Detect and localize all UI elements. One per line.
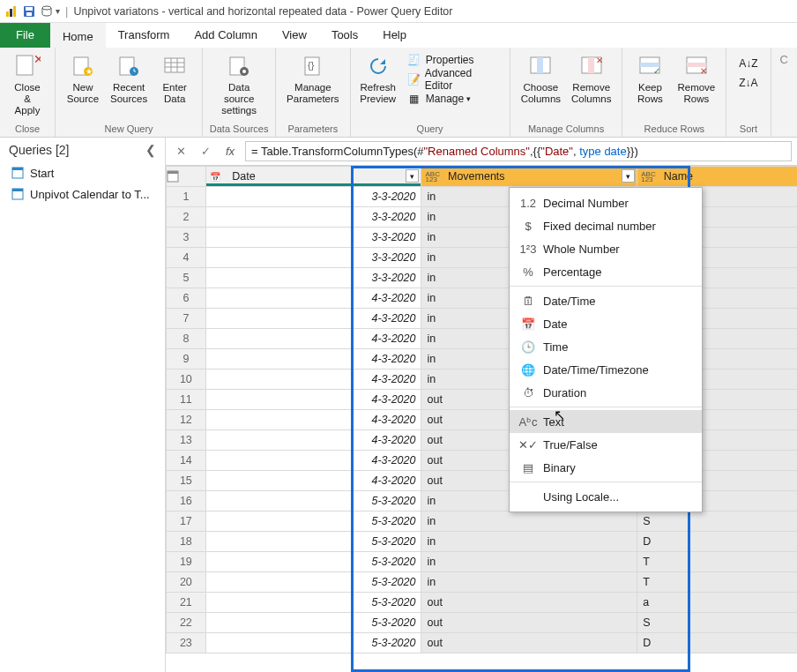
- type-menu-item[interactable]: 1²3Whole Number: [510, 237, 702, 260]
- cell-date[interactable]: 3-3-2020: [205, 187, 421, 207]
- sort-desc-button[interactable]: Z↓A: [739, 73, 757, 93]
- type-menu-item[interactable]: AᵇcText: [510, 410, 702, 433]
- type-menu-item[interactable]: ✕✓True/False: [510, 433, 702, 456]
- tab-transform[interactable]: Transform: [106, 23, 182, 48]
- database-icon[interactable]: [40, 4, 54, 19]
- type-menu-item[interactable]: $Fixed decimal number: [510, 214, 702, 237]
- row-number[interactable]: 7: [167, 309, 206, 329]
- cell-date[interactable]: 5-3-2020: [205, 613, 421, 633]
- cell-movements[interactable]: in: [421, 572, 637, 593]
- type-menu-item[interactable]: 🌐Date/Time/Timezone: [510, 358, 702, 381]
- cell-date[interactable]: 5-3-2020: [205, 593, 421, 613]
- cell-date[interactable]: 3-3-2020: [205, 228, 421, 248]
- cell-date[interactable]: 4-3-2020: [205, 329, 421, 349]
- cell-name[interactable]: S: [637, 613, 797, 633]
- table-row[interactable]: 185-3-2020inD: [167, 532, 798, 552]
- cell-date[interactable]: 3-3-2020: [205, 268, 421, 288]
- tab-view[interactable]: View: [270, 23, 319, 48]
- close-apply-button[interactable]: ✕ Close &Apply: [5, 50, 49, 119]
- row-number[interactable]: 13: [167, 430, 206, 451]
- cell-date[interactable]: 4-3-2020: [205, 471, 421, 491]
- any-type-icon[interactable]: ABC123: [641, 172, 660, 182]
- cell-movements[interactable]: in: [421, 532, 637, 552]
- manage-button[interactable]: ▦Manage▾: [406, 89, 499, 108]
- new-source-button[interactable]: ★ NewSource: [61, 50, 105, 107]
- table-row[interactable]: 195-3-2020inT: [167, 552, 798, 572]
- query-item-unpivot[interactable]: Unpivot Calendar to T...: [0, 183, 165, 205]
- any-type-icon[interactable]: ABC123: [425, 172, 444, 182]
- tab-file[interactable]: File: [0, 23, 50, 48]
- cell-date[interactable]: 4-3-2020: [205, 430, 421, 451]
- row-number[interactable]: 9: [167, 349, 206, 370]
- cell-date[interactable]: 4-3-2020: [205, 410, 421, 430]
- formula-input[interactable]: = Table.TransformColumnTypes(#"Renamed C…: [245, 141, 792, 161]
- row-number[interactable]: 12: [167, 410, 206, 430]
- cell-date[interactable]: 4-3-2020: [205, 309, 421, 329]
- remove-columns-button[interactable]: ✕ RemoveColumns: [566, 50, 616, 107]
- row-number[interactable]: 2: [167, 207, 206, 228]
- type-menu-item[interactable]: 📅Date: [510, 312, 702, 335]
- cell-date[interactable]: 5-3-2020: [205, 572, 421, 593]
- tab-help[interactable]: Help: [370, 23, 419, 48]
- cell-movements[interactable]: in: [421, 552, 637, 572]
- cell-date[interactable]: 4-3-2020: [205, 451, 421, 471]
- table-row[interactable]: 215-3-2020outa: [167, 593, 798, 613]
- col-header-date[interactable]: 📅 Date ▾: [205, 167, 421, 187]
- cell-name[interactable]: S: [637, 511, 797, 532]
- table-row[interactable]: 225-3-2020outS: [167, 613, 798, 633]
- cell-date[interactable]: 4-3-2020: [205, 370, 421, 390]
- cancel-formula-button[interactable]: ✕: [171, 142, 190, 161]
- data-source-settings-button[interactable]: Data sourcesettings: [208, 50, 270, 119]
- row-number[interactable]: 23: [167, 633, 206, 653]
- cell-movements[interactable]: in: [421, 511, 637, 532]
- sort-asc-button[interactable]: A↓Z: [739, 54, 757, 73]
- collapse-queries-icon[interactable]: ❮: [145, 143, 156, 157]
- cell-movements[interactable]: out: [421, 613, 637, 633]
- cell-date[interactable]: 4-3-2020: [205, 349, 421, 370]
- type-menu-item[interactable]: %Percentage: [510, 260, 702, 283]
- type-menu-item[interactable]: ▤Binary: [510, 456, 702, 479]
- row-number[interactable]: 15: [167, 471, 206, 491]
- row-number[interactable]: 3: [167, 228, 206, 248]
- query-item-start[interactable]: Start: [0, 162, 165, 183]
- table-row[interactable]: 175-3-2020inS: [167, 511, 798, 532]
- col-dropdown-icon[interactable]: ▾: [406, 169, 419, 183]
- type-menu-item[interactable]: 🗓Date/Time: [510, 289, 702, 312]
- col-dropdown-icon[interactable]: ▾: [622, 169, 635, 183]
- row-number[interactable]: 10: [167, 370, 206, 390]
- calendar-icon[interactable]: 📅: [210, 172, 229, 182]
- row-number[interactable]: 8: [167, 329, 206, 349]
- row-number[interactable]: 17: [167, 511, 206, 532]
- type-menu-item[interactable]: 1.2Decimal Number: [510, 191, 702, 214]
- cell-date[interactable]: 5-3-2020: [205, 491, 421, 511]
- row-number[interactable]: 6: [167, 288, 206, 309]
- tab-add-column[interactable]: Add Column: [182, 23, 270, 48]
- type-menu-item[interactable]: ⏱Duration: [510, 381, 702, 404]
- data-grid[interactable]: 📅 Date ▾ ABC123 Movements ▾ ABC123: [166, 166, 797, 672]
- enter-data-button[interactable]: EnterData: [153, 50, 197, 107]
- row-number[interactable]: 11: [167, 390, 206, 410]
- keep-rows-button[interactable]: ✓ KeepRows: [628, 50, 672, 107]
- table-row[interactable]: 235-3-2020outD: [167, 633, 798, 653]
- recent-sources-button[interactable]: RecentSources: [105, 50, 153, 107]
- row-number[interactable]: 22: [167, 613, 206, 633]
- col-header-movements[interactable]: ABC123 Movements ▾: [421, 167, 637, 187]
- cell-name[interactable]: T: [637, 572, 797, 593]
- cell-date[interactable]: 3-3-2020: [205, 248, 421, 268]
- cell-name[interactable]: T: [637, 552, 797, 572]
- cell-date[interactable]: 5-3-2020: [205, 532, 421, 552]
- row-number[interactable]: 16: [167, 491, 206, 511]
- row-number[interactable]: 20: [167, 572, 206, 593]
- table-row[interactable]: 205-3-2020inT: [167, 572, 798, 593]
- remove-rows-button[interactable]: ✕ RemoveRows: [672, 50, 720, 107]
- confirm-formula-button[interactable]: ✓: [196, 142, 215, 161]
- row-number[interactable]: 5: [167, 268, 206, 288]
- type-menu-item[interactable]: Using Locale...: [510, 485, 702, 508]
- row-number[interactable]: 14: [167, 451, 206, 471]
- type-menu-item[interactable]: 🕒Time: [510, 335, 702, 358]
- cell-movements[interactable]: out: [421, 593, 637, 613]
- cell-name[interactable]: a: [637, 593, 797, 613]
- advanced-editor-button[interactable]: 📝Advanced Editor: [406, 70, 499, 89]
- cell-date[interactable]: 4-3-2020: [205, 390, 421, 410]
- row-number[interactable]: 4: [167, 248, 206, 268]
